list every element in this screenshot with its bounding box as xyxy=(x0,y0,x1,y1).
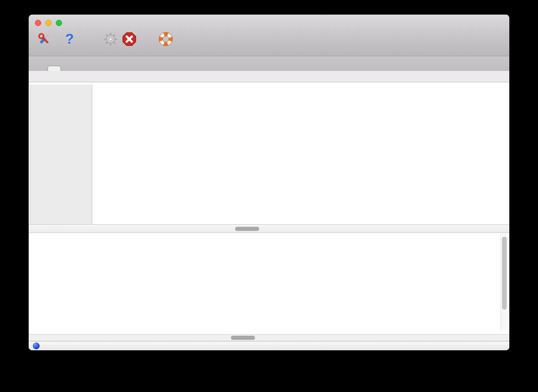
tools-icon xyxy=(37,31,52,47)
status-indicator-icon xyxy=(33,342,40,349)
question-icon: ? xyxy=(65,31,74,47)
vertical-scrollbar[interactable] xyxy=(500,234,508,330)
rotamer-detail-pane xyxy=(29,82,509,224)
row-label-column-background xyxy=(30,84,92,224)
status-bar xyxy=(29,341,509,350)
tab-configure[interactable] xyxy=(34,66,46,71)
run-button[interactable] xyxy=(103,31,118,47)
rotamer-summary-pane xyxy=(29,233,509,334)
result-tab-bar xyxy=(29,71,509,82)
traffic-lights xyxy=(35,20,62,26)
bottom-splitter[interactable] xyxy=(29,334,509,341)
splitter-grip-icon[interactable] xyxy=(235,227,259,231)
gear-icon xyxy=(103,31,118,47)
preferences-button[interactable] xyxy=(37,31,52,47)
lifebuoy-icon xyxy=(158,31,173,47)
tab-structurecomparison-1[interactable] xyxy=(47,66,61,71)
zoom-window-icon[interactable] xyxy=(56,20,62,26)
toolbar: ? xyxy=(29,31,509,56)
pane-splitter[interactable] xyxy=(29,224,509,233)
stop-icon xyxy=(122,31,137,47)
close-window-icon[interactable] xyxy=(35,20,41,26)
abort-button[interactable] xyxy=(122,31,137,47)
document-tab-bar xyxy=(29,56,509,71)
splitter-grip-icon[interactable] xyxy=(231,336,255,340)
ask-for-help-button[interactable] xyxy=(158,31,173,47)
app-window: ? xyxy=(29,15,509,350)
title-bar[interactable] xyxy=(29,15,509,31)
minimize-window-icon[interactable] xyxy=(45,20,52,26)
help-button[interactable]: ? xyxy=(65,31,74,47)
scrollbar-thumb[interactable] xyxy=(502,237,507,310)
